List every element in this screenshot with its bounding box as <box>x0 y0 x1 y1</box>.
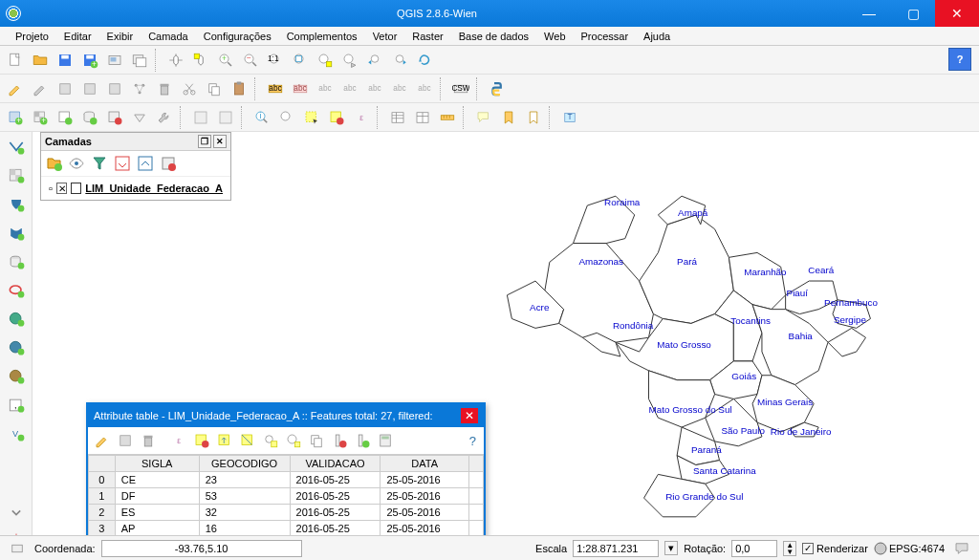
close-button[interactable]: ✕ <box>935 0 979 27</box>
add-raster-layer-icon[interactable] <box>5 164 28 187</box>
save-edits2-icon[interactable] <box>115 430 136 451</box>
tree-toggle-icon[interactable]: ▫ <box>49 183 53 194</box>
menu-basedados[interactable]: Base de dados <box>451 29 536 44</box>
tb-icon[interactable] <box>189 106 212 129</box>
cut-icon[interactable] <box>178 77 201 100</box>
select-rect-icon[interactable] <box>300 106 323 129</box>
render-checkbox-label[interactable]: ✓Renderizar <box>802 543 868 554</box>
python-icon[interactable] <box>486 77 509 100</box>
col-header[interactable]: GEOCODIGO <box>199 456 290 472</box>
zoom-last-icon[interactable] <box>363 49 386 72</box>
save-as-icon[interactable]: + <box>78 49 101 72</box>
select-by-expr-icon[interactable]: ε <box>168 430 189 451</box>
zoom-in-icon[interactable]: + <box>214 49 237 72</box>
zoom-to-selected-icon[interactable] <box>283 430 304 451</box>
remove-layer-icon[interactable] <box>103 106 126 129</box>
save-icon[interactable] <box>54 49 76 72</box>
add-delimited-icon[interactable]: , <box>5 394 28 417</box>
remove-layer2-icon[interactable] <box>158 153 179 174</box>
toggle-edit-icon[interactable] <box>92 430 113 451</box>
coordinate-input[interactable] <box>101 540 302 557</box>
save-edits-icon[interactable] <box>54 77 76 100</box>
table-row[interactable]: 2ES322016-05-2525-05-2016 <box>89 505 484 521</box>
messages-icon[interactable] <box>950 537 973 560</box>
menu-ajuda[interactable]: Ajuda <box>636 29 678 44</box>
zoom-native-icon[interactable]: 1:1 <box>264 49 287 72</box>
label-tool1-icon[interactable]: abc <box>289 77 312 100</box>
label-abc-icon[interactable]: abc <box>264 77 287 100</box>
new-project-icon[interactable] <box>4 49 27 72</box>
add-feature-icon[interactable] <box>78 77 101 100</box>
field-calc-icon[interactable] <box>411 106 434 129</box>
bookmark-icon[interactable] <box>497 106 520 129</box>
print-composer-icon[interactable] <box>103 49 126 72</box>
add-spatialite-icon[interactable] <box>5 222 28 245</box>
wrench-icon[interactable] <box>153 106 176 129</box>
attr-close-button[interactable]: ✕ <box>461 408 478 423</box>
table-row[interactable]: 1DF532016-05-2525-05-2016 <box>89 488 484 505</box>
add-raster-icon[interactable]: + <box>29 106 52 129</box>
add-virtual-icon[interactable]: V <box>5 422 28 445</box>
new-shapefile-icon[interactable] <box>54 106 76 129</box>
filter-legend-icon[interactable] <box>89 153 110 174</box>
table-row[interactable]: 0CE232016-05-2525-05-2016 <box>89 472 484 488</box>
add-vector-layer-icon[interactable] <box>5 136 28 159</box>
composer-manager-icon[interactable] <box>128 49 151 72</box>
identify2-icon[interactable] <box>275 106 298 129</box>
label-tool2-icon[interactable]: abc <box>314 77 337 100</box>
deselect-icon[interactable] <box>325 106 348 129</box>
invert-selection-icon[interactable] <box>237 430 258 451</box>
col-header[interactable]: VALIDACAO <box>290 456 381 472</box>
delete-column-icon[interactable] <box>329 430 350 451</box>
chevron-down-icon[interactable] <box>5 501 28 524</box>
manage-visibility-icon[interactable] <box>66 153 87 174</box>
add-column-icon[interactable] <box>352 430 373 451</box>
add-vector-icon[interactable]: + <box>4 106 27 129</box>
rotation-input[interactable] <box>731 540 777 557</box>
toggle-extents-icon[interactable] <box>6 537 29 560</box>
menu-projeto[interactable]: Projeto <box>8 29 56 44</box>
deselect-all-icon[interactable] <box>191 430 212 451</box>
open-attr-table-icon[interactable] <box>386 106 409 129</box>
menu-vetor[interactable]: Vetor <box>365 29 405 44</box>
menu-camada[interactable]: Camada <box>141 29 196 44</box>
text-annotation-icon[interactable]: T <box>558 106 581 129</box>
paste-icon[interactable] <box>228 77 250 100</box>
edit-pencil2-icon[interactable] <box>29 77 52 100</box>
zoom-layer-icon[interactable] <box>338 49 361 72</box>
menu-editar[interactable]: Editar <box>56 29 99 44</box>
scale-dropdown-icon[interactable]: ▾ <box>664 541 678 555</box>
label-tool6-icon[interactable]: abc <box>413 77 436 100</box>
panel-undock-icon[interactable]: ❐ <box>198 135 211 148</box>
table-row[interactable]: 3AP162016-05-2525-05-2016 <box>89 521 484 537</box>
menu-complementos[interactable]: Complementos <box>279 29 365 44</box>
zoom-full-icon[interactable] <box>289 49 312 72</box>
move-feature-icon[interactable] <box>103 77 126 100</box>
help-question-icon[interactable]: ? <box>469 434 480 448</box>
refresh-icon[interactable] <box>413 49 436 72</box>
expression-select-icon[interactable]: ε <box>350 106 373 129</box>
menu-processar[interactable]: Processar <box>574 29 637 44</box>
node-tool-icon[interactable] <box>128 77 151 100</box>
geoproc-icon[interactable] <box>128 106 151 129</box>
add-wms-icon[interactable] <box>5 308 28 331</box>
expand-all-icon[interactable] <box>112 153 133 174</box>
bookmark2-icon[interactable] <box>522 106 545 129</box>
label-tool4-icon[interactable]: abc <box>363 77 386 100</box>
menu-web[interactable]: Web <box>536 29 573 44</box>
pan-icon[interactable] <box>164 49 187 72</box>
add-db-icon[interactable] <box>78 106 101 129</box>
add-wcs-icon[interactable] <box>5 336 28 359</box>
edit-pencil-icon[interactable] <box>4 77 27 100</box>
open-project-icon[interactable] <box>29 49 52 72</box>
scale-input[interactable] <box>573 540 659 557</box>
zoom-out-icon[interactable]: − <box>239 49 262 72</box>
map-tips-icon[interactable] <box>472 106 495 129</box>
delete-icon[interactable] <box>153 77 176 100</box>
render-checkbox[interactable]: ✓ <box>802 543 814 554</box>
menu-exibir[interactable]: Exibir <box>99 29 141 44</box>
zoom-selection-icon[interactable] <box>314 49 337 72</box>
pan-selection-icon[interactable] <box>189 49 212 72</box>
layer-row[interactable]: ▫ ✕ LIM_Unidade_Federacao_A <box>47 181 225 196</box>
menu-configuracoes[interactable]: Configurações <box>196 29 279 44</box>
